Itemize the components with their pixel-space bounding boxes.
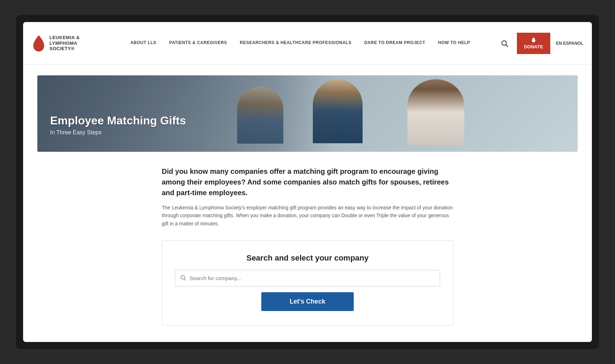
nav-about-lls[interactable]: ABOUT LLS	[124, 22, 163, 65]
nav-actions: DONATE EN ESPANOL	[498, 33, 583, 54]
intro-sub-text: The Leukemia & Lymphoma Society's employ…	[162, 204, 453, 228]
lets-check-button[interactable]: Let's Check	[261, 292, 354, 311]
search-icon	[501, 39, 508, 47]
hero-overlay	[37, 75, 335, 152]
intro-main-text: Did you know many companies offer a matc…	[162, 166, 453, 198]
donate-label: DONATE	[524, 44, 543, 49]
hero-banner: Employee Matching Gifts In Three Easy St…	[37, 75, 578, 152]
logo-drop-icon	[32, 34, 46, 52]
logo-text: LEUKEMIA & LYMPHOMA SOCIETY®	[49, 35, 80, 52]
search-input-wrap	[175, 270, 440, 287]
browser-frame: LEUKEMIA & LYMPHOMA SOCIETY® ABOUT LLS P…	[16, 15, 599, 349]
logo[interactable]: LEUKEMIA & LYMPHOMA SOCIETY®	[32, 34, 103, 52]
person-3	[407, 79, 464, 145]
logo-line2: LYMPHOMA	[49, 41, 80, 46]
donate-drop-icon	[531, 37, 536, 43]
logo-line1: LEUKEMIA &	[49, 35, 80, 41]
search-section: Search and select your company Let's Che…	[162, 240, 453, 326]
nav-researchers[interactable]: RESEARCHERS & HEALTHCARE PROFESSIONALS	[234, 22, 358, 65]
nav-how-to-help[interactable]: HOW TO HELP	[432, 22, 476, 65]
navbar: LEUKEMIA & LYMPHOMA SOCIETY® ABOUT LLS P…	[23, 22, 592, 65]
hero-text: Employee Matching Gifts In Three Easy St…	[50, 114, 186, 136]
company-search-input[interactable]	[175, 270, 440, 287]
search-input-icon	[180, 274, 186, 282]
page-container: LEUKEMIA & LYMPHOMA SOCIETY® ABOUT LLS P…	[23, 22, 592, 342]
nav-dare-to-dream[interactable]: DARE TO DREAM PROJECT	[358, 22, 432, 65]
svg-line-3	[184, 279, 186, 280]
main-content: Employee Matching Gifts In Three Easy St…	[23, 65, 592, 342]
donate-button[interactable]: DONATE	[517, 33, 550, 54]
intro-section: Did you know many companies offer a matc…	[162, 166, 453, 228]
espanol-link[interactable]: EN ESPANOL	[556, 41, 583, 46]
search-title: Search and select your company	[175, 253, 440, 263]
nav-links: ABOUT LLS PATIENTS & CAREGIVERS RESEARCH…	[103, 22, 498, 65]
hero-title: Employee Matching Gifts	[50, 114, 186, 127]
svg-line-1	[506, 45, 508, 47]
search-button[interactable]	[498, 37, 511, 50]
hero-subtitle: In Three Easy Steps	[50, 129, 186, 136]
nav-patients-caregivers[interactable]: PATIENTS & CAREGIVERS	[163, 22, 234, 65]
magnifier-icon	[180, 274, 186, 281]
logo-line3: SOCIETY®	[49, 46, 80, 52]
